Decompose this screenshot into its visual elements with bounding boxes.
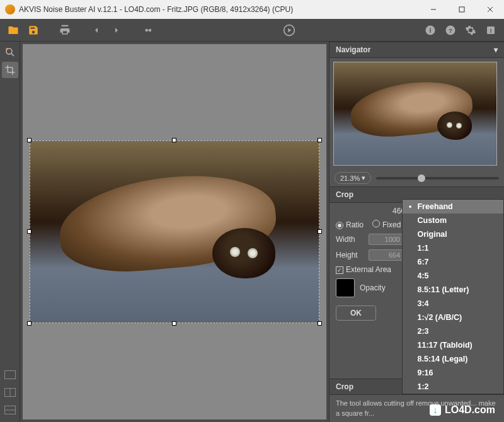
canvas-area bbox=[20, 42, 329, 422]
batch-button[interactable] bbox=[140, 22, 156, 38]
ratio-option[interactable]: Original bbox=[403, 227, 503, 241]
crop-handle-bm[interactable] bbox=[172, 321, 176, 326]
ratio-option[interactable]: 8.5:11 (Letter) bbox=[403, 283, 503, 297]
run-button[interactable] bbox=[281, 22, 297, 38]
view-split-h[interactable] bbox=[2, 384, 18, 401]
tool-crop[interactable] bbox=[2, 62, 18, 78]
crop-handle-bl[interactable] bbox=[27, 321, 32, 326]
opacity-label: Opacity bbox=[360, 283, 386, 292]
collapse-icon[interactable]: ▾ bbox=[494, 45, 498, 54]
view-split-v[interactable] bbox=[2, 402, 18, 418]
titlebar: AKVIS Noise Buster AI v.12.1 - LO4D.com … bbox=[0, 0, 504, 19]
crop-handle-tr[interactable] bbox=[318, 138, 322, 142]
ratio-dropdown[interactable]: • Freehand Custom Original 1:1 6:7 4:5 8… bbox=[402, 199, 504, 394]
color-swatch[interactable] bbox=[336, 278, 355, 297]
print-button[interactable] bbox=[57, 22, 73, 38]
crop-handle-ml[interactable] bbox=[27, 229, 32, 234]
width-input[interactable]: 1000 bbox=[369, 234, 403, 245]
minimize-button[interactable] bbox=[419, 0, 447, 19]
help-button[interactable]: ? bbox=[442, 22, 459, 38]
zoom-slider[interactable] bbox=[376, 177, 499, 180]
watermark: ↓ LO4D.com bbox=[430, 404, 495, 416]
ok-button[interactable]: OK bbox=[336, 305, 376, 321]
height-input[interactable]: 664 bbox=[369, 249, 403, 261]
close-button[interactable] bbox=[476, 0, 504, 19]
watermark-icon: ↓ bbox=[430, 404, 441, 416]
view-single[interactable] bbox=[2, 367, 18, 383]
svg-text:?: ? bbox=[449, 26, 452, 33]
ratio-option[interactable]: 1:√2 (A/B/C) bbox=[403, 311, 503, 324]
zoom-dropdown[interactable]: 21.3% ▾ bbox=[335, 172, 371, 184]
ratio-option[interactable]: 2:3 bbox=[403, 324, 503, 338]
external-area-checkbox[interactable]: ✓External Area bbox=[336, 265, 391, 274]
window-title: AKVIS Noise Buster AI v.12.1 - LO4D.com … bbox=[19, 5, 419, 14]
ratio-option[interactable]: 8.5:14 (Legal) bbox=[403, 352, 503, 366]
redo-button[interactable] bbox=[108, 22, 125, 38]
main-toolbar: i ? ! bbox=[0, 19, 504, 42]
hint-title: Crop bbox=[336, 382, 353, 391]
tool-zoom[interactable] bbox=[2, 44, 18, 60]
ratio-option[interactable]: 4:5 bbox=[403, 269, 503, 283]
svg-point-5 bbox=[149, 28, 152, 31]
svg-point-13 bbox=[6, 48, 12, 54]
svg-text:!: ! bbox=[490, 26, 491, 33]
undo-button[interactable] bbox=[88, 22, 105, 38]
ratio-option[interactable]: 3:4 bbox=[403, 297, 503, 311]
chevron-down-icon: ▾ bbox=[362, 174, 365, 182]
crop-handle-tl[interactable] bbox=[27, 138, 32, 142]
canvas-viewport[interactable] bbox=[23, 44, 326, 419]
ratio-option[interactable]: 11:17 (Tabloid) bbox=[403, 338, 503, 352]
crop-handle-mr[interactable] bbox=[318, 229, 322, 234]
ratio-option[interactable]: 6:7 bbox=[403, 255, 503, 269]
svg-line-14 bbox=[11, 54, 14, 56]
ratio-option[interactable]: • Freehand bbox=[403, 200, 503, 214]
notify-button[interactable]: ! bbox=[483, 22, 499, 38]
open-button[interactable] bbox=[5, 22, 21, 38]
prefs-button[interactable] bbox=[462, 22, 479, 38]
save-button[interactable] bbox=[25, 22, 42, 38]
crop-handle-tm[interactable] bbox=[172, 138, 176, 142]
crop-title: Crop bbox=[336, 190, 353, 199]
crop-handle-br[interactable] bbox=[318, 321, 322, 326]
svg-rect-1 bbox=[459, 7, 464, 12]
maximize-button[interactable] bbox=[447, 0, 476, 19]
left-toolbar bbox=[0, 42, 20, 422]
ratio-option[interactable]: 9:16 bbox=[403, 366, 503, 380]
navigator-thumb[interactable] bbox=[329, 58, 504, 169]
ratio-option[interactable]: Custom bbox=[403, 214, 503, 227]
zoom-slider-knob[interactable] bbox=[418, 174, 425, 182]
svg-text:i: i bbox=[430, 26, 432, 33]
ratio-radio[interactable]: Ratio bbox=[336, 220, 364, 229]
info-button[interactable]: i bbox=[422, 22, 438, 38]
navigator-header[interactable]: Navigator ▾ bbox=[329, 42, 504, 58]
image-preview[interactable] bbox=[30, 140, 319, 323]
height-label: Height bbox=[336, 251, 364, 259]
ratio-option[interactable]: 1:1 bbox=[403, 241, 503, 255]
svg-point-4 bbox=[146, 28, 149, 31]
app-icon bbox=[5, 4, 15, 14]
right-panel: Navigator ▾ 21.3% ▾ Crop 4666 x 3101 Rat… bbox=[329, 42, 504, 422]
width-label: Width bbox=[336, 235, 364, 244]
ratio-option[interactable]: 1:2 bbox=[403, 380, 503, 394]
zoom-value: 21.3% bbox=[340, 174, 360, 182]
navigator-title: Navigator bbox=[336, 45, 370, 54]
